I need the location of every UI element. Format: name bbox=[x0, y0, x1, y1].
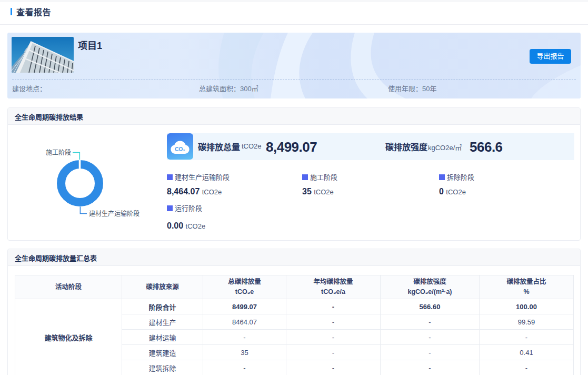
svg-text:施工阶段: 施工阶段 bbox=[46, 149, 71, 156]
svg-text:CO₂: CO₂ bbox=[175, 146, 185, 152]
svg-text:建材生产运输阶段: 建材生产运输阶段 bbox=[89, 210, 139, 218]
